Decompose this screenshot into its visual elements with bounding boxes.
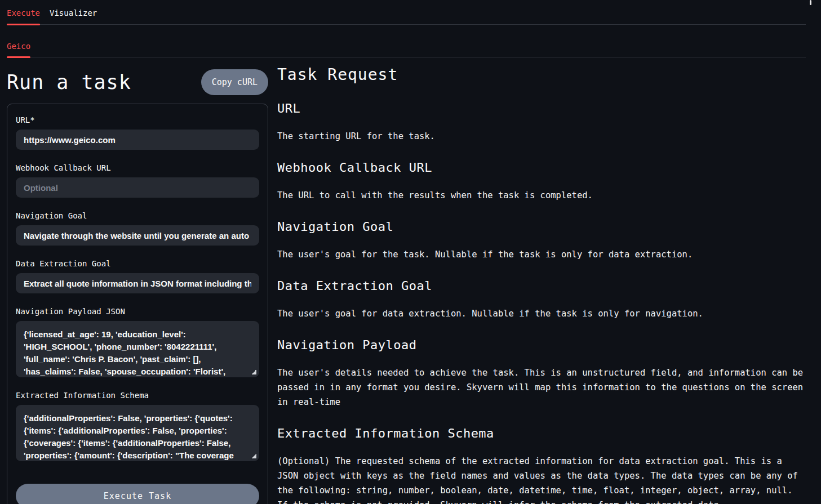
doc-section-navigation-goal: Navigation Goal The user's goal for the … (277, 220, 806, 262)
navigation-payload-textarea[interactable]: {'licensed_at_age': 19, 'education_level… (16, 321, 259, 377)
doc-heading: Extracted Information Schema (277, 427, 806, 440)
extracted-schema-textarea-wrap: {'additionalProperties': False, 'propert… (16, 405, 259, 461)
tab-execute[interactable]: Execute (7, 0, 40, 24)
doc-section-data-extraction-goal: Data Extraction Goal The user's goal for… (277, 279, 806, 321)
doc-heading: Webhook Callback URL (277, 161, 806, 175)
main-content: Run a task Copy cURL URL* Webhook Callba… (0, 57, 821, 504)
doc-heading: URL (277, 102, 806, 115)
webhook-callback-url-input[interactable] (16, 177, 259, 198)
main-tab-bar: Execute Visualizer (7, 0, 806, 25)
page-title: Run a task (7, 71, 131, 93)
tab-geico[interactable]: Geico (7, 42, 30, 57)
field-data-extraction-goal: Data Extraction Goal (16, 258, 259, 293)
url-label: URL* (16, 115, 259, 125)
doc-section-extracted-information-schema: Extracted Information Schema (Optional) … (277, 427, 806, 504)
doc-section-navigation-payload: Navigation Payload The user's details ne… (277, 338, 806, 409)
task-request-docs-panel: Task Request URL The starting URL for th… (277, 57, 806, 504)
task-form-card: URL* Webhook Callback URL Navigation Goa… (7, 104, 268, 504)
scrollbar-thumb[interactable] (810, 0, 811, 5)
extracted-information-schema-textarea[interactable]: {'additionalProperties': False, 'propert… (16, 405, 259, 461)
field-webhook-callback-url: Webhook Callback URL (16, 163, 259, 198)
url-input[interactable] (16, 130, 259, 150)
docs-title: Task Request (277, 66, 806, 83)
doc-heading: Data Extraction Goal (277, 279, 806, 293)
data-extraction-goal-label: Data Extraction Goal (16, 258, 259, 269)
data-extraction-goal-input[interactable] (16, 273, 259, 293)
webhook-callback-url-label: Webhook Callback URL (16, 163, 259, 173)
copy-curl-button[interactable]: Copy cURL (201, 69, 268, 95)
doc-body: The URL to call with the results when th… (277, 188, 806, 203)
extracted-information-schema-label: Extracted Information Schema (16, 390, 259, 400)
doc-section-url: URL The starting URL for the task. (277, 102, 806, 144)
doc-body: The user's details needed to achieve the… (277, 365, 806, 409)
field-url: URL* (16, 115, 259, 150)
doc-heading: Navigation Payload (277, 338, 806, 352)
doc-body: The starting URL for the task. (277, 129, 806, 144)
field-navigation-payload-json: Navigation Payload JSON {'licensed_at_ag… (16, 306, 259, 377)
resize-handle-icon[interactable] (251, 453, 256, 458)
sub-tab-bar: Geico (7, 42, 806, 57)
field-navigation-goal: Navigation Goal (16, 211, 259, 246)
execute-task-button[interactable]: Execute Task (16, 484, 259, 504)
resize-handle-icon[interactable] (251, 369, 256, 374)
task-form-panel: Run a task Copy cURL URL* Webhook Callba… (7, 57, 268, 504)
doc-heading: Navigation Goal (277, 220, 806, 234)
doc-body: The user's goal for the task. Nullable i… (277, 247, 806, 262)
navigation-payload-textarea-wrap: {'licensed_at_age': 19, 'education_level… (16, 321, 259, 377)
navigation-goal-label: Navigation Goal (16, 211, 259, 221)
doc-body: The user's goal for data extraction. Nul… (277, 306, 806, 321)
tab-visualizer[interactable]: Visualizer (50, 0, 97, 24)
form-header: Run a task Copy cURL (7, 57, 268, 104)
doc-section-webhook-callback-url: Webhook Callback URL The URL to call wit… (277, 161, 806, 203)
field-extracted-information-schema: Extracted Information Schema {'additiona… (16, 390, 259, 461)
navigation-goal-input[interactable] (16, 225, 259, 246)
doc-body: (Optional) The requested schema of the e… (277, 454, 806, 504)
navigation-payload-json-label: Navigation Payload JSON (16, 306, 259, 316)
